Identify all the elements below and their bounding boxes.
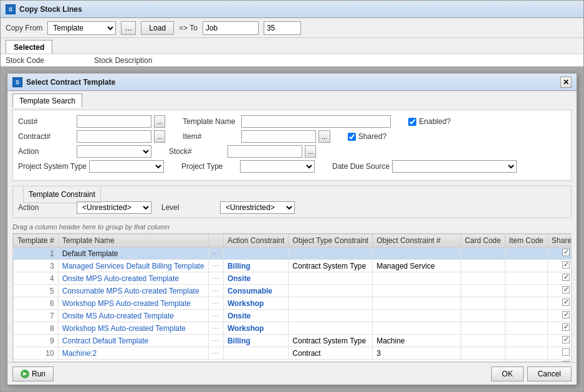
cell-browse[interactable]: ···	[208, 272, 223, 285]
table-row[interactable]: 8 Workshop MS Auto-created Template ··· …	[14, 322, 572, 335]
cell-card-code	[461, 322, 505, 335]
cell-object-type	[289, 322, 373, 335]
project-type-select[interactable]	[240, 160, 315, 173]
project-system-type-field: Project System Type	[18, 160, 164, 173]
table-row[interactable]: 6 Workshop MPS Auto-created Template ···…	[14, 297, 572, 310]
cell-object-type: Contract	[289, 347, 373, 360]
cell-browse[interactable]: ···	[208, 247, 223, 260]
cell-num: 5	[14, 285, 59, 297]
table-row[interactable]: 5 Consumable MPS Auto-created Template ·…	[14, 285, 572, 297]
outer-toolbar: Copy From Template ... Load => To	[1, 18, 583, 38]
cell-browse[interactable]: ···	[208, 297, 223, 310]
project-system-type-select[interactable]	[89, 160, 164, 173]
cell-card-code	[461, 335, 505, 347]
form-row-4: Project System Type Project Type Date Du…	[18, 160, 566, 173]
cell-item-code	[505, 272, 547, 285]
cell-card-code	[461, 297, 505, 310]
cell-card-code	[461, 285, 505, 297]
run-icon: ▶	[21, 370, 29, 378]
cell-browse[interactable]: ···	[208, 347, 223, 360]
cell-browse[interactable]: ···	[208, 322, 223, 335]
constraint-level-select[interactable]: <Unrestricted>	[220, 201, 295, 214]
table-row[interactable]: 3 Managed Services Default Billing Templ…	[14, 260, 572, 272]
stock-field: Stock# ...	[169, 145, 316, 158]
table-header-row: Template # Template Name Action Constrai…	[14, 234, 572, 247]
cell-object-type	[289, 247, 373, 260]
cell-browse[interactable]: ···	[208, 285, 223, 297]
action-select[interactable]	[77, 145, 151, 158]
cell-browse[interactable]: ···	[208, 310, 223, 322]
cell-browse[interactable]: ···	[208, 260, 223, 272]
cell-name: Machine:2	[58, 347, 208, 360]
tab-template-search[interactable]: Template Search	[12, 93, 82, 107]
constraint-level-field: Level <Unrestricted>	[161, 201, 295, 214]
cell-action: Workshop	[223, 322, 288, 335]
template-name-label: Template Name	[183, 117, 239, 126]
constraint-action-select[interactable]: <Unrestricted>	[77, 201, 151, 214]
cell-object-constraint	[373, 322, 461, 335]
constraint-action-field: Action <Unrestricted>	[18, 201, 151, 214]
item-input[interactable]	[241, 130, 316, 143]
tab-selected[interactable]: Selected	[6, 40, 52, 54]
ok-button[interactable]: OK	[491, 366, 523, 381]
table-row[interactable]: 10 Machine:2 ··· Contract 3	[14, 347, 572, 360]
table-row[interactable]: 9 Contract Default Template ··· Billing …	[14, 335, 572, 347]
load-button[interactable]: Load	[141, 21, 174, 35]
date-due-source-select[interactable]	[392, 160, 517, 173]
main-content-area: S Select Contract Template ✕ Template Se…	[1, 67, 583, 391]
cell-shared	[548, 285, 572, 297]
modal-tabs: Template Search	[7, 91, 577, 107]
template-name-input[interactable]	[241, 115, 391, 128]
date-due-source-field: Date Due Source	[332, 160, 517, 173]
cell-num: 4	[14, 272, 59, 285]
cell-shared	[548, 260, 572, 272]
contract-input[interactable]	[77, 130, 151, 143]
stock-input[interactable]	[227, 145, 302, 158]
enabled-field: Enabled?	[408, 117, 475, 126]
cell-name: Workshop MS Auto-created Template	[58, 322, 208, 335]
run-button[interactable]: ▶ Run	[12, 366, 54, 381]
cell-shared	[548, 322, 572, 335]
cell-name: Contract Default Template	[58, 335, 208, 347]
shared-checkbox[interactable]	[348, 133, 356, 141]
cancel-button[interactable]: Cancel	[527, 366, 572, 381]
col-header-shared: Shared?	[548, 234, 572, 247]
cust-browse[interactable]: ...	[154, 115, 165, 128]
item-browse[interactable]: ...	[318, 130, 330, 143]
to-input[interactable]	[203, 21, 259, 35]
table-row[interactable]: 7 Onsite MS Auto-created Template ··· On…	[14, 310, 572, 322]
copy-from-select[interactable]: Template	[47, 21, 116, 35]
col-header-dots	[208, 234, 223, 247]
outer-window: S Copy Stock Lines Copy From Template ..…	[0, 0, 584, 392]
cell-object-constraint	[373, 247, 461, 260]
table-container[interactable]: Template # Template Name Action Constrai…	[12, 233, 572, 362]
modal-bottom-bar: ▶ Run OK Cancel	[7, 362, 577, 385]
cell-object-constraint	[373, 272, 461, 285]
run-label: Run	[32, 370, 45, 378]
modal-title-text: Select Contract Template	[26, 78, 115, 87]
date-due-source-label: Date Due Source	[332, 162, 390, 171]
stock-browse[interactable]: ...	[305, 145, 316, 158]
cust-input[interactable]	[77, 115, 151, 128]
enabled-checkbox[interactable]	[408, 118, 416, 126]
cell-browse[interactable]: ···	[208, 335, 223, 347]
cell-card-code	[461, 260, 505, 272]
cell-name: Consumable MPS Auto-created Template	[58, 285, 208, 297]
modal-close-btn[interactable]: ✕	[560, 77, 572, 88]
cell-card-code	[461, 247, 505, 260]
num-input[interactable]	[264, 21, 301, 35]
cell-name: Managed Services Default Billing Templat…	[58, 260, 208, 272]
table-row[interactable]: 1 Default Template ···	[14, 247, 572, 260]
cell-object-type	[289, 285, 373, 297]
outer-window-title: Copy Stock Lines	[19, 5, 82, 14]
col-header-name: Template Name	[58, 234, 208, 247]
search-form: Cust# ... Template Name Enabled?	[12, 110, 572, 181]
contract-browse[interactable]: ...	[154, 130, 165, 143]
copy-from-browse-btn[interactable]: ...	[121, 21, 136, 35]
modal-titlebar: S Select Contract Template ✕	[7, 74, 577, 91]
cell-item-code	[505, 297, 547, 310]
table-row[interactable]: 4 Onsite MPS Auto-created Template ··· O…	[14, 272, 572, 285]
col-header-item-code: Item Code	[505, 234, 547, 247]
templates-table: Template # Template Name Action Constrai…	[13, 234, 572, 362]
col-header-action-constraint: Action Constraint	[223, 234, 288, 247]
